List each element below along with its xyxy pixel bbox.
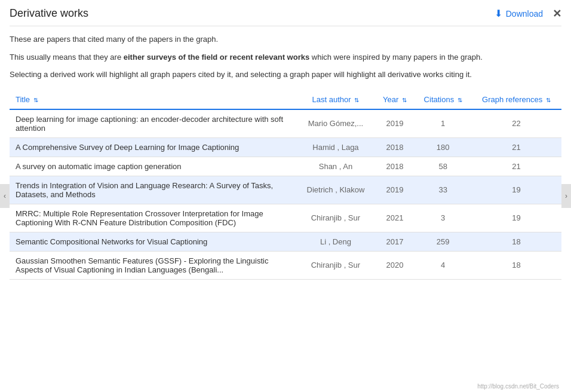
cell-year: 2019: [374, 176, 415, 204]
table-row[interactable]: Semantic Compositional Networks for Visu…: [10, 232, 561, 251]
table-row[interactable]: A Comprehensive Survey of Deep Learning …: [10, 137, 561, 157]
cell-title: Deep learning for image captioning: an e…: [10, 109, 296, 138]
cell-year: 2018: [374, 137, 415, 157]
download-label: Download: [506, 9, 543, 19]
table-row[interactable]: Gaussian Smoothen Semantic Features (GSS…: [10, 251, 561, 279]
panel-title: Derivative works: [10, 7, 495, 20]
cell-year: 2018: [374, 157, 415, 176]
cell-graph-references: 21: [471, 137, 561, 157]
cell-last-author: Mario Gómez,...: [296, 109, 374, 138]
cell-graph-references: 18: [471, 251, 561, 279]
derivative-works-table: Title ⇅ Last author ⇅ Year ⇅ Citations ⇅: [10, 90, 561, 280]
cell-last-author: Shan , An: [296, 157, 374, 176]
sort-icon-citations: ⇅: [458, 97, 462, 103]
cell-citations: 259: [415, 232, 471, 251]
description-section: These are papers that cited many of the …: [10, 33, 561, 81]
col-header-year[interactable]: Year ⇅: [374, 90, 415, 109]
cell-citations: 1: [415, 109, 471, 138]
cell-citations: 3: [415, 204, 471, 232]
cell-year: 2020: [374, 251, 415, 279]
cell-title: Gaussian Smoothen Semantic Features (GSS…: [10, 251, 296, 279]
description-line3: Selecting a derived work will highlight …: [10, 69, 561, 81]
sort-icon-graph-references: ⇅: [546, 97, 551, 103]
description-line2-post: which were inspired by many papers in th…: [309, 53, 483, 62]
close-button[interactable]: ✕: [552, 8, 561, 19]
cell-citations: 33: [415, 176, 471, 204]
sort-icon-title: ⇅: [33, 97, 38, 103]
cell-year: 2019: [374, 109, 415, 138]
description-line2-pre: This usually means that they are: [10, 53, 124, 62]
table-row[interactable]: Trends in Integration of Vision and Lang…: [10, 176, 561, 204]
description-line1: These are papers that cited many of the …: [10, 33, 561, 45]
description-line2: This usually means that they are either …: [10, 51, 561, 63]
download-button[interactable]: ⬇ Download: [495, 8, 543, 19]
cell-graph-references: 19: [471, 176, 561, 204]
cell-graph-references: 19: [471, 204, 561, 232]
description-line2-bold: either surveys of the field or recent re…: [124, 53, 309, 62]
cell-citations: 58: [415, 157, 471, 176]
cell-graph-references: 22: [471, 109, 561, 138]
download-icon: ⬇: [495, 8, 502, 19]
col-header-graph-references[interactable]: Graph references ⇅: [471, 90, 561, 109]
table-row[interactable]: A survey on automatic image caption gene…: [10, 157, 561, 176]
cell-title: A Comprehensive Survey of Deep Learning …: [10, 137, 296, 157]
cell-graph-references: 21: [471, 157, 561, 176]
col-header-title[interactable]: Title ⇅: [10, 90, 296, 109]
col-header-last-author[interactable]: Last author ⇅: [296, 90, 374, 109]
cell-citations: 180: [415, 137, 471, 157]
cell-title: Trends in Integration of Vision and Lang…: [10, 176, 296, 204]
col-header-citations[interactable]: Citations ⇅: [415, 90, 471, 109]
table-row[interactable]: Deep learning for image captioning: an e…: [10, 109, 561, 138]
cell-year: 2021: [374, 204, 415, 232]
cell-year: 2017: [374, 232, 415, 251]
cell-last-author: Chiranjib , Sur: [296, 204, 374, 232]
table-row[interactable]: MRRC: Multiple Role Representation Cross…: [10, 204, 561, 232]
watermark: http://blog.csdn.net/Bit_Coders: [477, 383, 559, 390]
cell-title: A survey on automatic image caption gene…: [10, 157, 296, 176]
nav-arrow-left[interactable]: ‹: [0, 184, 10, 208]
cell-last-author: Li , Deng: [296, 232, 374, 251]
cell-last-author: Hamid , Laga: [296, 137, 374, 157]
panel-header: Derivative works ⬇ Download ✕: [10, 0, 561, 26]
cell-last-author: Chiranjib , Sur: [296, 251, 374, 279]
sort-icon-year: ⇅: [402, 97, 407, 103]
cell-graph-references: 18: [471, 232, 561, 251]
sort-icon-last-author: ⇅: [354, 97, 359, 103]
nav-arrow-right[interactable]: ›: [561, 184, 571, 208]
cell-citations: 4: [415, 251, 471, 279]
cell-title: Semantic Compositional Networks for Visu…: [10, 232, 296, 251]
cell-last-author: Dietrich , Klakow: [296, 176, 374, 204]
cell-title: MRRC: Multiple Role Representation Cross…: [10, 204, 296, 232]
